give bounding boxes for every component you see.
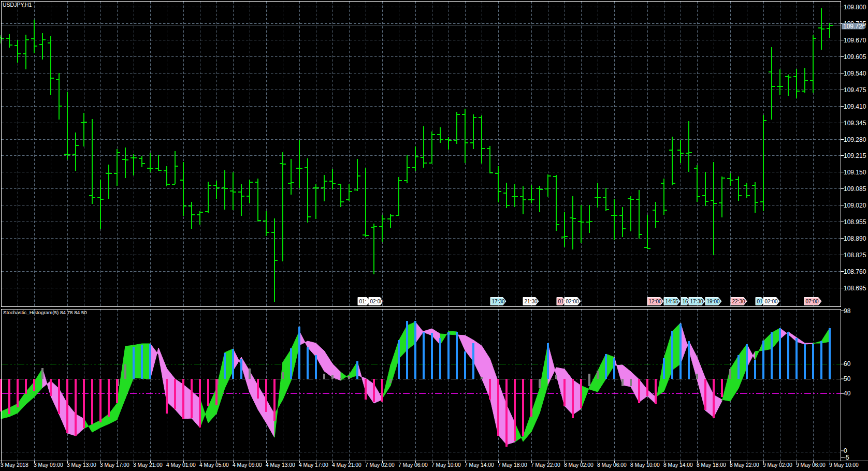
svg-text:109.605: 109.605 [844,53,866,61]
svg-text:9 May 02:00: 9 May 02:00 [763,462,792,468]
svg-text:109.540: 109.540 [844,70,866,77]
svg-text:9 May 10:00: 9 May 10:00 [829,462,859,468]
svg-text:02:00: 02:00 [566,299,579,304]
svg-text:4 May 05:00: 4 May 05:00 [199,462,229,468]
svg-text:01:: 01: [558,299,566,304]
svg-text:109.150: 109.150 [844,169,866,176]
svg-text:50: 50 [844,375,851,382]
svg-text:8 May 14:00: 8 May 14:00 [663,462,693,468]
svg-text:109.475: 109.475 [844,86,866,94]
svg-text:07:00: 07:00 [806,299,819,304]
svg-text:USDJPY,H1: USDJPY,H1 [3,2,32,8]
svg-text:16:: 16: [683,299,690,304]
svg-text:12:00: 12:00 [649,299,662,304]
svg-text:-5: -5 [844,454,849,461]
svg-text:109.670: 109.670 [844,37,866,44]
svg-text:4 May 09:00: 4 May 09:00 [233,462,262,468]
svg-text:7 May 06:00: 7 May 06:00 [398,462,428,468]
svg-text:7 May 10:00: 7 May 10:00 [431,462,461,468]
svg-text:109.800: 109.800 [844,4,866,11]
svg-text:109.215: 109.215 [844,152,866,159]
svg-text:7 May 18:00: 7 May 18:00 [498,462,527,468]
svg-text:8 May 10:00: 8 May 10:00 [630,462,660,468]
svg-text:4 May 01:00: 4 May 01:00 [166,462,196,468]
svg-text:109.085: 109.085 [844,185,866,193]
svg-text:8 May 06:00: 8 May 06:00 [597,462,627,468]
svg-text:8 May 02:00: 8 May 02:00 [564,462,594,468]
svg-text:7 May 14:00: 7 May 14:00 [465,462,494,468]
svg-text:7 May 02:00: 7 May 02:00 [365,462,395,468]
svg-text:108.695: 108.695 [844,285,866,292]
svg-text:3 May 13:00: 3 May 13:00 [67,462,96,468]
svg-text:109.410: 109.410 [844,103,866,110]
svg-text:21:30: 21:30 [525,299,538,304]
svg-text:4 May 13:00: 4 May 13:00 [266,462,295,468]
svg-text:108.955: 108.955 [844,218,866,226]
svg-text:Stochastic_Histogram(5) 84 78: Stochastic_Histogram(5) 84 78 84 50 [3,310,87,315]
svg-text:7 May 22:00: 7 May 22:00 [531,462,560,468]
svg-text:109.020: 109.020 [844,202,866,209]
svg-text:9 May 06:00: 9 May 06:00 [796,462,826,468]
svg-text:19:00: 19:00 [707,299,720,304]
svg-text:3 May 2018: 3 May 2018 [1,462,28,468]
svg-text:02:00: 02:00 [370,299,383,304]
svg-text:3 May 17:00: 3 May 17:00 [100,462,129,468]
svg-text:108.825: 108.825 [844,252,866,259]
svg-text:108.890: 108.890 [844,235,866,242]
svg-text:22:30: 22:30 [732,299,745,304]
svg-text:3 May 09:00: 3 May 09:00 [34,462,63,468]
svg-text:109.726: 109.726 [843,23,866,30]
svg-text:109.280: 109.280 [844,136,866,143]
svg-text:4 May 21:00: 4 May 21:00 [332,462,361,468]
svg-text:0: 0 [844,447,847,454]
svg-text:60: 60 [844,360,851,367]
svg-text:14:55: 14:55 [666,299,678,304]
svg-text:3 May 21:00: 3 May 21:00 [133,462,163,468]
svg-text:17:30: 17:30 [690,299,703,304]
svg-text:8 May 18:00: 8 May 18:00 [697,462,726,468]
svg-text:01:: 01: [757,299,764,304]
svg-text:01:: 01: [359,299,367,304]
svg-text:02:00: 02:00 [765,299,778,304]
svg-text:17:30: 17:30 [492,299,505,304]
svg-text:4 May 17:00: 4 May 17:00 [299,462,328,468]
svg-text:108.760: 108.760 [844,268,866,275]
svg-text:109.345: 109.345 [844,120,866,127]
svg-text:8 May 22:00: 8 May 22:00 [730,462,759,468]
svg-text:40: 40 [844,390,851,397]
svg-text:98: 98 [844,307,851,315]
